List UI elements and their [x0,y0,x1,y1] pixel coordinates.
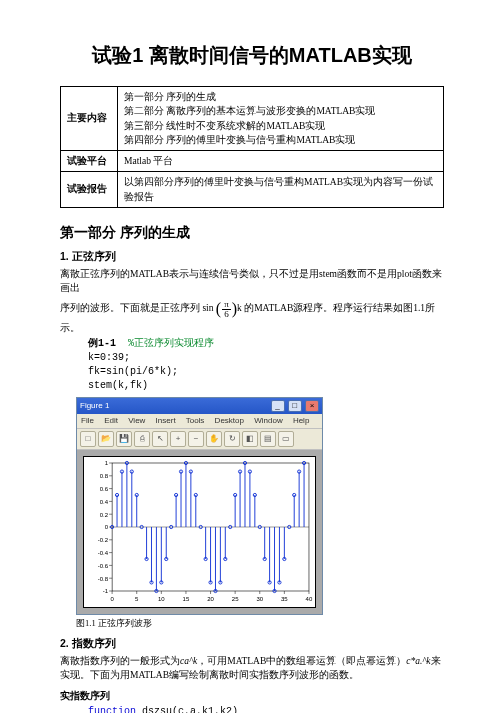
menu-file[interactable]: File [81,416,94,425]
tool-pointer-icon[interactable]: ↖ [152,431,168,447]
figure-titlebar: Figure 1 _ □ × [77,398,322,414]
info-table: 主要内容 第一部分 序列的生成 第二部分 离散序列的基本运算与波形变换的MATL… [60,86,444,208]
close-icon[interactable]: × [305,400,319,412]
tool-zoomout-icon[interactable]: − [188,431,204,447]
sub2b-heading: 实指数序列 [60,688,444,703]
svg-text:-0.2: -0.2 [98,538,109,544]
page-title: 试验1 离散时间信号的MATLAB实现 [60,40,444,70]
frac-den: 6 [222,310,231,319]
menu-help[interactable]: Help [293,416,309,425]
code1-line2: fk=sin(pi/6*k); [88,366,178,377]
plot-area: -1-0.8-0.6-0.4-0.200.20.40.60.8105101520… [77,450,322,614]
svg-text:40: 40 [306,596,313,602]
svg-text:30: 30 [256,596,263,602]
svg-text:0: 0 [110,596,114,602]
code2-line1-rest: dszsu(c,a,k1,k2) [136,706,238,713]
para2a-code: c*a.^k [406,656,430,666]
svg-text:0.4: 0.4 [100,499,109,505]
svg-text:25: 25 [232,596,239,602]
tool-rotate-icon[interactable]: ↻ [224,431,240,447]
code1-line1: k=0:39; [88,352,130,363]
row3-label: 试验报告 [61,172,118,208]
para1a: 离散正弦序列的MATLAB表示与连续信号类似，只不过是用stem函数而不是用pl… [60,267,444,296]
para1b-prefix: 序列的波形。下面就是正弦序列 sin [60,303,213,313]
code2-block: function dszsu(c,a,k1,k2) %c: 指数序列的幅度; %… [88,705,444,713]
sub2-heading: 2. 指数序列 [60,636,444,652]
para2a-formula: ca^k [180,656,197,666]
sub1-heading: 1. 正弦序列 [60,249,444,265]
menu-desktop[interactable]: Desktop [215,416,244,425]
row2-label: 试验平台 [61,151,118,172]
tool-colorbar-icon[interactable]: ▤ [260,431,276,447]
para2a: 离散指数序列的一般形式为ca^k，可用MATLAB中的数组幂运算（即点幂运算）c… [60,654,444,683]
minimize-icon[interactable]: _ [271,400,285,412]
plot-inner: -1-0.8-0.6-0.4-0.200.20.40.60.8105101520… [83,456,316,608]
svg-text:1: 1 [105,461,109,467]
row3-text: 以第四部分序列的傅里叶变换与信号重构MATLAB实现为内容写一份试验报告 [118,172,444,208]
svg-text:10: 10 [158,596,165,602]
section1-heading: 第一部分 序列的生成 [60,222,444,243]
code1-line3: stem(k,fk) [88,380,148,391]
svg-text:-0.4: -0.4 [98,550,109,556]
tool-pan-icon[interactable]: ✋ [206,431,222,447]
open-paren: ( [216,300,221,317]
figure-window: Figure 1 _ □ × File Edit View Insert Too… [76,397,323,615]
menu-view[interactable]: View [128,416,145,425]
code2-line1-kw: function [88,706,136,713]
row2-text: Matlab 平台 [118,151,444,172]
tool-legend-icon[interactable]: ▭ [278,431,294,447]
svg-text:15: 15 [183,596,190,602]
example1-block: 例1-1 %正弦序列实现程序 k=0:39; fk=sin(pi/6*k); s… [88,337,444,393]
svg-text:-0.8: -0.8 [98,576,109,582]
svg-text:0.2: 0.2 [100,512,109,518]
stem-plot: -1-0.8-0.6-0.4-0.200.20.40.60.8105101520… [84,457,315,607]
svg-text:0.8: 0.8 [100,474,109,480]
svg-text:0: 0 [105,525,109,531]
tool-datacursor-icon[interactable]: ◧ [242,431,258,447]
tool-save-icon[interactable]: 💾 [116,431,132,447]
window-buttons: _ □ × [270,400,319,412]
example1-label: 例1-1 [88,338,116,349]
svg-text:-0.6: -0.6 [98,563,109,569]
svg-text:0.6: 0.6 [100,486,109,492]
figure-title: Figure 1 [80,400,109,412]
maximize-icon[interactable]: □ [288,400,302,412]
para1b: 序列的波形。下面就是正弦序列 sin (π6)k 的MATLAB源程序。程序运行… [60,297,444,335]
tool-new-icon[interactable]: □ [80,431,96,447]
row1-text: 第一部分 序列的生成 第二部分 离散序列的基本运算与波形变换的MATLAB实现 … [118,87,444,151]
menu-insert[interactable]: Insert [156,416,176,425]
frac-num: π [222,300,231,310]
menu-edit[interactable]: Edit [104,416,118,425]
row1-label: 主要内容 [61,87,118,151]
tool-print-icon[interactable]: ⎙ [134,431,150,447]
para2a-mid: ，可用MATLAB中的数组幂运算（即点幂运算） [197,656,406,666]
svg-text:20: 20 [207,596,214,602]
tool-open-icon[interactable]: 📂 [98,431,114,447]
svg-text:-1: -1 [103,589,109,595]
svg-text:35: 35 [281,596,288,602]
menu-tools[interactable]: Tools [186,416,205,425]
figure-menubar: File Edit View Insert Tools Desktop Wind… [77,414,322,428]
figure-toolbar: □ 📂 💾 ⎙ ↖ + − ✋ ↻ ◧ ▤ ▭ [77,428,322,450]
menu-window[interactable]: Window [254,416,282,425]
para2a-prefix: 离散指数序列的一般形式为 [60,656,180,666]
svg-text:5: 5 [135,596,139,602]
tool-zoomin-icon[interactable]: + [170,431,186,447]
caption1: 图1.1 正弦序列波形 [76,617,444,630]
example1-comment: %正弦序列实现程序 [128,338,214,349]
fraction: π6 [222,300,231,319]
